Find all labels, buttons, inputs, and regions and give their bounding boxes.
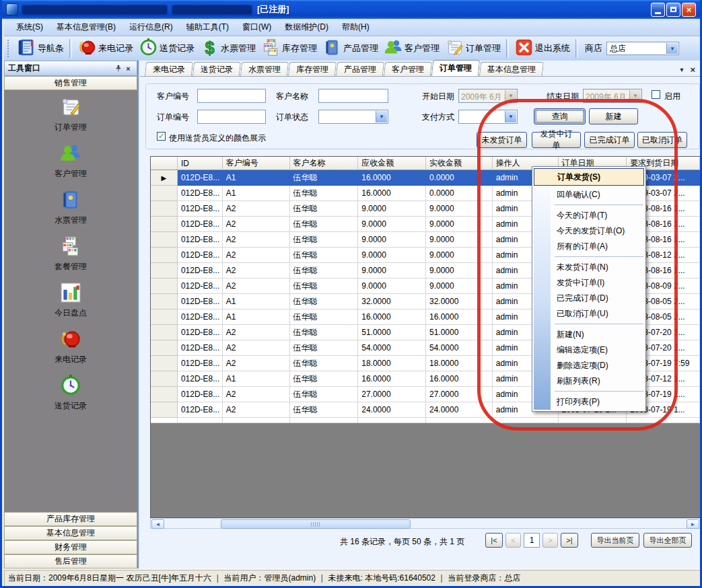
toolbar-grip[interactable] — [7, 40, 12, 57]
toolbar-button-customer[interactable]: 客户管理 — [381, 37, 442, 60]
column-header[interactable]: 应收金额 — [358, 157, 426, 170]
context-menu-item[interactable]: 删除选定项(D) — [532, 358, 645, 373]
new-button[interactable]: 新建 — [589, 108, 638, 124]
tab-订单管理[interactable]: 订单管理 — [431, 60, 481, 76]
tab-基本信息管理[interactable]: 基本信息管理 — [479, 62, 544, 76]
menubar-item[interactable]: 数据维护(D) — [278, 20, 335, 35]
sidebar-item-ticket-book[interactable]: 水票管理 — [55, 188, 87, 226]
sidebar-group-sales[interactable]: 销售管理 — [4, 76, 137, 90]
context-menu-item[interactable]: 发货中订单(I) — [532, 275, 645, 291]
end-date-picker[interactable]: 2009年 6月 8日 ▼ — [583, 89, 642, 103]
row-selector-cell[interactable] — [151, 371, 178, 387]
last-page-button[interactable]: >| — [561, 533, 578, 548]
sidebar-item-call-bell[interactable]: 来电记录 — [55, 328, 87, 365]
customer-name-input[interactable] — [318, 89, 388, 103]
status-filter-button-4[interactable]: 已取消订单 — [637, 132, 687, 148]
menubar-item[interactable]: 窗口(W) — [236, 20, 278, 35]
tab-送货记录[interactable]: 送货记录 — [192, 62, 241, 76]
sidebar-item-chart[interactable]: 今日盘点 — [55, 281, 87, 319]
row-selector-cell[interactable] — [151, 279, 178, 294]
row-selector-cell[interactable] — [151, 201, 178, 217]
export-all-pages-button[interactable]: 导出全部页 — [643, 533, 692, 548]
start-date-picker[interactable]: 2009年 6月 8日 ▼ — [458, 89, 518, 103]
row-selector-cell[interactable] — [151, 248, 178, 263]
context-menu-item[interactable]: 未发货订单(N) — [532, 260, 645, 275]
scrollbar-thumb[interactable] — [221, 519, 411, 529]
row-selector-cell[interactable] — [151, 387, 178, 402]
context-menu-item[interactable]: 今天的订单(T) — [532, 208, 645, 223]
scroll-right-icon[interactable]: ► — [687, 519, 699, 529]
status-filter-button-3[interactable]: 已完成订单 — [584, 132, 635, 148]
row-selector-cell[interactable] — [151, 294, 178, 309]
toolbar-button-exit[interactable]: 退出系统 — [512, 37, 573, 60]
toolbar-button-inventory-grid[interactable]: 库存管理 — [258, 37, 320, 60]
enable-checkbox[interactable] — [652, 90, 660, 99]
row-selector-cell[interactable] — [151, 309, 178, 325]
chevron-down-icon[interactable]: ▼ — [376, 111, 387, 122]
export-current-page-button[interactable]: 导出当前页 — [591, 533, 639, 548]
customer-no-input[interactable] — [197, 89, 266, 103]
sidebar-group-button[interactable]: 售后管理 — [4, 554, 137, 568]
order-status-select[interactable]: ▼ — [318, 110, 388, 124]
sidebar-item-customer[interactable]: 客户管理 — [55, 142, 87, 180]
first-page-button[interactable]: |< — [485, 533, 503, 548]
sidebar-item-package-grid[interactable]: 套餐管理 — [55, 235, 87, 272]
menubar-item[interactable]: 系统(S) — [9, 20, 50, 35]
horizontal-scrollbar[interactable]: ◄ ► — [150, 518, 701, 529]
row-selector-cell[interactable] — [151, 232, 178, 248]
row-selector-cell[interactable] — [151, 186, 178, 201]
store-combobox[interactable]: 总店▼ — [606, 42, 679, 55]
context-menu-item[interactable]: 新建(N) — [532, 327, 645, 342]
row-selector-cell[interactable] — [151, 325, 178, 340]
row-selector-cell[interactable] — [151, 356, 178, 371]
context-menu-item[interactable]: 编辑选定项(E) — [532, 342, 645, 358]
close-button[interactable]: × — [682, 3, 696, 17]
column-header[interactable]: 客户编号 — [223, 157, 290, 170]
context-menu-item[interactable]: 订单发货(S) — [534, 168, 644, 186]
row-selector-cell[interactable] — [151, 217, 178, 232]
toolbar-button-clock[interactable]: 送货记录 — [136, 37, 197, 60]
chevron-down-icon[interactable]: ▼ — [505, 90, 516, 102]
prev-page-button[interactable]: < — [505, 533, 521, 548]
pin-icon[interactable] — [113, 63, 123, 73]
toolbar-button-call-bell[interactable]: 来电记录 — [75, 37, 136, 60]
tab-close-icon[interactable]: × — [690, 67, 695, 73]
toolbar-button-dollar[interactable]: $水票管理 — [197, 37, 258, 60]
chevron-down-icon[interactable]: ▼ — [666, 43, 678, 54]
tab-库存管理[interactable]: 库存管理 — [288, 62, 337, 76]
menubar-item[interactable]: 辅助工具(T) — [180, 20, 236, 35]
next-page-button[interactable]: > — [542, 533, 558, 548]
sidebar-group-button[interactable]: 财务管理 — [4, 540, 137, 554]
context-menu-item[interactable]: 所有的订单(A) — [532, 239, 645, 254]
tab-客户管理[interactable]: 客户管理 — [384, 62, 432, 76]
column-header[interactable]: 实收金额 — [426, 157, 493, 170]
tab-list-dropdown-icon[interactable]: ▼ — [678, 67, 685, 73]
column-header[interactable]: 客户名称 — [290, 157, 359, 170]
menubar-item[interactable]: 运行信息(R) — [122, 20, 180, 35]
chevron-down-icon[interactable]: ▼ — [505, 111, 516, 122]
menubar-item[interactable]: 帮助(H) — [335, 20, 376, 35]
row-selector-cell[interactable]: ▶ — [151, 170, 178, 186]
context-menu-item[interactable]: 已取消订单(U) — [532, 306, 645, 322]
sidebar-item-order-scroll[interactable]: 订单管理 — [55, 96, 87, 133]
context-menu-item[interactable]: 回单确认(C) — [532, 187, 645, 203]
toolbar-button-product-book[interactable]: 产品管理 — [320, 37, 381, 60]
context-menu-item[interactable]: 今天的发货订单(O) — [532, 223, 645, 239]
minimize-button[interactable] — [651, 3, 665, 17]
query-button[interactable]: 查询 — [534, 108, 586, 124]
chevron-down-icon[interactable]: ▼ — [629, 90, 641, 102]
tab-来电记录[interactable]: 来电记录 — [145, 62, 193, 76]
tool-window-close-icon[interactable]: × — [123, 63, 133, 73]
context-menu-item[interactable]: 已完成订单(D) — [532, 291, 645, 306]
tab-水票管理[interactable]: 水票管理 — [240, 62, 289, 76]
status-filter-button-2[interactable]: 发货中订单 — [532, 132, 581, 148]
page-number-input[interactable] — [524, 533, 540, 548]
sidebar-group-button[interactable]: 产品库存管理 — [4, 512, 137, 526]
maximize-button[interactable] — [666, 3, 680, 17]
column-header[interactable]: ID — [178, 157, 223, 170]
row-selector-cell[interactable] — [151, 263, 178, 279]
row-selector-cell[interactable] — [151, 402, 178, 418]
toolbar-button-order-scroll[interactable]: 订单管理 — [442, 37, 503, 60]
status-filter-button-1[interactable]: 未发货订单 — [477, 132, 527, 148]
scroll-left-icon[interactable]: ◄ — [151, 519, 164, 529]
